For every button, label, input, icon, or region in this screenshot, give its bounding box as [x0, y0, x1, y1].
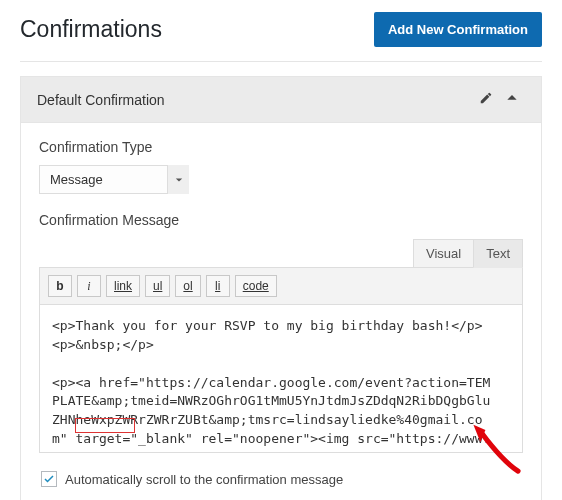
editor-tabs: Visual Text [39, 238, 523, 267]
page-title: Confirmations [20, 16, 162, 43]
add-new-confirmation-button[interactable]: Add New Confirmation [374, 12, 542, 47]
panel-header[interactable]: Default Confirmation [21, 77, 541, 123]
tab-text[interactable]: Text [473, 239, 523, 268]
auto-scroll-row: Automatically scroll to the confirmation… [39, 471, 523, 487]
page-header: Confirmations Add New Confirmation [20, 6, 542, 62]
toolbar-bold-button[interactable]: b [48, 275, 72, 297]
confirmation-type-select-wrap [39, 165, 189, 194]
confirmation-panel: Default Confirmation Confirmation Type C… [20, 76, 542, 500]
auto-scroll-label: Automatically scroll to the confirmation… [65, 472, 343, 487]
toolbar-ul-button[interactable]: ul [145, 275, 170, 297]
toolbar-italic-button[interactable]: i [77, 275, 101, 297]
toolbar-link-button[interactable]: link [106, 275, 140, 297]
editor-toolbar: b i link ul ol li code [39, 267, 523, 305]
collapse-icon[interactable] [499, 91, 525, 108]
confirmation-type-label: Confirmation Type [39, 139, 523, 155]
toolbar-li-button[interactable]: li [206, 275, 230, 297]
editor-textarea-wrap [39, 305, 523, 453]
panel-body: Confirmation Type Confirmation Message V… [21, 123, 541, 500]
message-editor: Visual Text b i link ul ol li code [39, 238, 523, 453]
toolbar-ol-button[interactable]: ol [175, 275, 200, 297]
editor-textarea[interactable] [40, 305, 522, 452]
panel-title: Default Confirmation [37, 92, 473, 108]
toolbar-code-button[interactable]: code [235, 275, 277, 297]
edit-icon[interactable] [473, 91, 499, 108]
confirmation-message-label: Confirmation Message [39, 212, 523, 228]
auto-scroll-checkbox[interactable] [41, 471, 57, 487]
tab-visual[interactable]: Visual [413, 239, 474, 268]
confirmation-type-select[interactable] [39, 165, 189, 194]
